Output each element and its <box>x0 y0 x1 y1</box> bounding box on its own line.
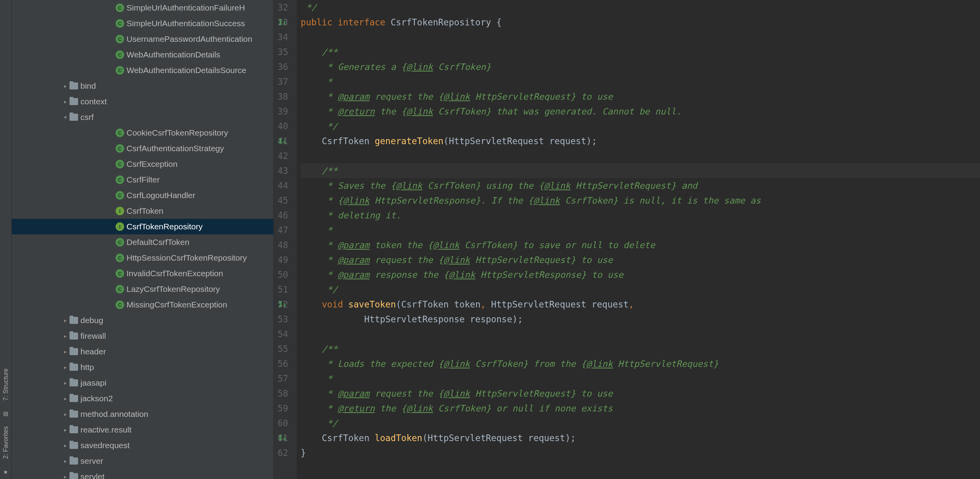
line-number[interactable]: 34 <box>278 30 288 45</box>
code-line[interactable]: * @param request the {@link HttpServletR… <box>301 89 980 104</box>
line-number[interactable]: 59 <box>278 401 288 416</box>
code-line[interactable]: /** <box>301 341 980 356</box>
tree-arrow-icon[interactable]: ▸ <box>62 442 69 449</box>
tree-file-CsrfLogoutHandler[interactable]: ▸CsrfLogoutHandler <box>12 188 273 203</box>
tree-arrow-icon[interactable]: ▸ <box>62 317 69 324</box>
code-line[interactable]: * @param response the {@link HttpServlet… <box>301 267 980 282</box>
rail-structure[interactable]: 7: Structure <box>2 366 9 403</box>
tree-folder-debug[interactable]: ▸debug <box>12 313 273 328</box>
line-number[interactable]: 54 <box>278 327 288 341</box>
code-line[interactable]: */ <box>301 282 980 297</box>
tree-arrow-icon[interactable]: ▸ <box>62 427 69 433</box>
tree-file-LazyCsrfTokenRepository[interactable]: ▸LazyCsrfTokenRepository <box>12 281 273 297</box>
editor[interactable]: 3233I↓3435363738394041I↓4243444546474849… <box>274 0 980 479</box>
tree-arrow-icon[interactable]: ▸ <box>62 364 69 370</box>
line-number[interactable]: 52I↓ <box>278 297 288 312</box>
line-number[interactable]: 45 <box>278 193 288 208</box>
line-number[interactable]: 49 <box>278 252 288 267</box>
line-number[interactable]: 46 <box>278 208 288 223</box>
code-line[interactable]: * @return the {@link CsrfToken} that was… <box>301 104 980 119</box>
line-number[interactable]: 58 <box>278 386 288 401</box>
line-number[interactable]: 40 <box>278 119 288 134</box>
tree-arrow-icon[interactable]: ▸ <box>62 98 69 105</box>
line-number[interactable]: 48 <box>278 238 288 252</box>
implements-gutter-icon[interactable]: I↓ <box>278 134 287 148</box>
code-area[interactable]: */public interface CsrfTokenRepository {… <box>297 0 980 479</box>
code-line[interactable]: * @return the {@link CsrfToken} or null … <box>301 401 980 416</box>
tree-file-MissingCsrfTokenException[interactable]: ▸MissingCsrfTokenException <box>12 297 273 313</box>
code-line[interactable]: * @param request the {@link HttpServletR… <box>301 252 980 267</box>
line-number[interactable]: 57 <box>278 371 288 386</box>
line-number[interactable]: 43 <box>278 163 288 178</box>
line-number[interactable]: 55 <box>278 341 288 356</box>
implements-gutter-icon[interactable]: I↓ <box>278 15 287 30</box>
tree-file-WebAuthenticationDetails[interactable]: ▸WebAuthenticationDetails <box>12 47 273 63</box>
tree-arrow-icon[interactable]: ▸ <box>62 458 69 464</box>
tree-arrow-icon[interactable]: ▸ <box>62 380 69 386</box>
tree-folder-method.annotation[interactable]: ▸method.annotation <box>12 406 273 422</box>
tree-arrow-icon[interactable]: ▸ <box>62 411 69 417</box>
tree-folder-jaasapi[interactable]: ▸jaasapi <box>12 375 273 391</box>
project-tree[interactable]: ▸SimpleUrlAuthenticationFailureH▸SimpleU… <box>12 0 274 479</box>
line-number[interactable]: 53 <box>278 312 288 327</box>
implements-gutter-icon[interactable]: I↓ <box>278 297 287 312</box>
line-number[interactable]: 51 <box>278 282 288 297</box>
tree-arrow-icon[interactable]: ▸ <box>62 83 69 89</box>
tree-folder-savedrequest[interactable]: ▸savedrequest <box>12 438 273 453</box>
tree-file-CsrfException[interactable]: ▸CsrfException <box>12 156 273 172</box>
code-line[interactable]: */ <box>301 0 980 15</box>
line-number[interactable]: 44 <box>278 178 288 193</box>
tree-file-WebAuthenticationDetailsSource[interactable]: ▸WebAuthenticationDetailsSource <box>12 63 273 78</box>
tree-folder-jackson2[interactable]: ▸jackson2 <box>12 391 273 406</box>
code-line[interactable]: * <box>301 223 980 238</box>
line-number[interactable]: 61I↓ <box>278 431 288 445</box>
tree-folder-header[interactable]: ▸header <box>12 344 273 359</box>
code-line[interactable]: HttpServletResponse response); <box>301 312 980 327</box>
code-line[interactable]: * Generates a {@link CsrfToken} <box>301 59 980 74</box>
code-line[interactable]: CsrfToken generateToken(HttpServletReque… <box>301 134 980 148</box>
tree-arrow-icon[interactable]: ▾ <box>62 114 69 120</box>
code-line[interactable]: * @param request the {@link HttpServletR… <box>301 386 980 401</box>
line-number[interactable]: 60 <box>278 416 288 431</box>
line-number[interactable]: 32 <box>278 0 288 15</box>
line-number[interactable]: 38 <box>278 89 288 104</box>
tree-folder-csrf[interactable]: ▾csrf <box>12 109 273 125</box>
tree-file-CsrfFilter[interactable]: ▸CsrfFilter <box>12 172 273 188</box>
code-line[interactable]: */ <box>301 416 980 431</box>
tree-folder-servlet[interactable]: ▸servlet <box>12 469 273 479</box>
tree-file-DefaultCsrfToken[interactable]: ▸DefaultCsrfToken <box>12 234 273 250</box>
tree-folder-firewall[interactable]: ▸firewall <box>12 328 273 344</box>
line-number[interactable]: 33I↓ <box>278 15 288 30</box>
tree-arrow-icon[interactable]: ▸ <box>62 349 69 355</box>
code-line[interactable]: /** <box>301 45 980 59</box>
line-number[interactable]: 35 <box>278 45 288 59</box>
tree-file-CsrfAuthenticationStrategy[interactable]: ▸CsrfAuthenticationStrategy <box>12 141 273 156</box>
tree-file-SimpleUrlAuthenticationFailureH[interactable]: ▸SimpleUrlAuthenticationFailureH <box>12 0 273 16</box>
line-number[interactable]: 39 <box>278 104 288 119</box>
gutter[interactable]: 3233I↓3435363738394041I↓4243444546474849… <box>274 0 297 479</box>
line-number[interactable]: 47 <box>278 223 288 238</box>
tree-arrow-icon[interactable]: ▸ <box>62 333 69 339</box>
code-line[interactable]: } <box>301 445 980 460</box>
tree-file-CsrfToken[interactable]: ▸CsrfToken <box>12 203 273 219</box>
tree-folder-bind[interactable]: ▸bind <box>12 78 273 94</box>
tree-arrow-icon[interactable]: ▸ <box>62 474 69 479</box>
line-number[interactable]: 50 <box>278 267 288 282</box>
tree-folder-http[interactable]: ▸http <box>12 359 273 375</box>
tree-arrow-icon[interactable]: ▸ <box>62 395 69 402</box>
tree-file-InvalidCsrfTokenException[interactable]: ▸InvalidCsrfTokenException <box>12 266 273 281</box>
line-number[interactable]: 41I↓ <box>278 134 288 148</box>
tree-file-SimpleUrlAuthenticationSuccess[interactable]: ▸SimpleUrlAuthenticationSuccess <box>12 16 273 31</box>
code-line[interactable] <box>301 148 980 163</box>
code-line[interactable]: * Loads the expected {@link CsrfToken} f… <box>301 356 980 371</box>
code-line[interactable] <box>301 30 980 45</box>
line-number[interactable]: 62 <box>278 445 288 460</box>
code-line[interactable]: void saveToken(CsrfToken token, HttpServ… <box>301 297 980 312</box>
code-line[interactable]: * deleting it. <box>301 208 980 223</box>
code-line[interactable]: */ <box>301 119 980 134</box>
code-line[interactable]: * {@link HttpServletResponse}. If the {@… <box>301 193 980 208</box>
rail-favorites[interactable]: 2: Favorites <box>2 424 9 461</box>
code-line[interactable]: * <box>301 74 980 89</box>
tree-file-CsrfTokenRepository[interactable]: ▸CsrfTokenRepository <box>12 219 273 234</box>
code-line[interactable]: * Saves the {@link CsrfToken} using the … <box>301 178 980 193</box>
